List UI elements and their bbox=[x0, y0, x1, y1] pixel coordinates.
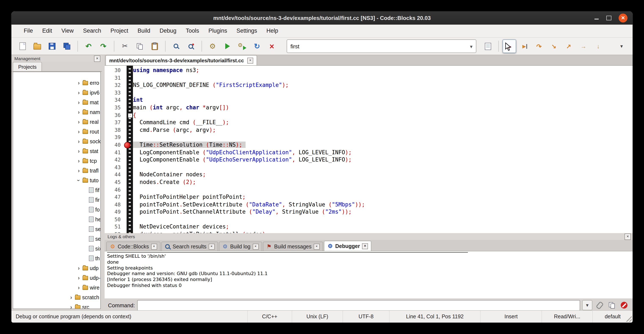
tree-item[interactable]: real bbox=[13, 117, 100, 127]
debugging-windows-button[interactable] bbox=[481, 40, 494, 53]
line-number[interactable]: 35 bbox=[104, 104, 123, 112]
menu-project[interactable]: Project bbox=[106, 25, 133, 37]
menu-settings[interactable]: Settings bbox=[232, 25, 262, 37]
line-number[interactable]: 44 bbox=[104, 171, 123, 179]
replace-button[interactable] bbox=[184, 40, 198, 53]
close-icon[interactable] bbox=[618, 13, 628, 22]
tree-item[interactable]: th bbox=[13, 253, 100, 263]
line-number[interactable]: 51 bbox=[104, 224, 123, 231]
logs-tab-build-log[interactable]: Build log bbox=[219, 242, 262, 251]
tree-item[interactable]: scratch bbox=[13, 292, 100, 302]
tree-item[interactable]: he bbox=[13, 214, 100, 224]
line-number[interactable]: 50 bbox=[104, 216, 123, 224]
tree-item[interactable]: tcp bbox=[13, 156, 100, 166]
run-to-cursor-button[interactable] bbox=[518, 40, 531, 53]
tab-projects[interactable]: Projects bbox=[13, 62, 42, 71]
menu-debug[interactable]: Debug bbox=[155, 25, 181, 37]
chevron-collapsed-icon[interactable] bbox=[76, 109, 81, 115]
close-tab-icon[interactable] bbox=[314, 243, 320, 249]
logs-tab-search-results[interactable]: Search results bbox=[161, 242, 218, 251]
copy-output-button[interactable] bbox=[607, 300, 617, 310]
line-number[interactable]: 47 bbox=[104, 194, 123, 201]
chevron-collapsed-icon[interactable] bbox=[76, 167, 81, 174]
command-history-button[interactable] bbox=[582, 300, 592, 310]
maximize-icon[interactable] bbox=[606, 16, 612, 20]
line-number[interactable]: 34 bbox=[104, 97, 123, 104]
tree-item[interactable]: ipv6 bbox=[13, 88, 100, 98]
tree-item[interactable]: fir bbox=[13, 195, 100, 205]
chevron-collapsed-icon[interactable] bbox=[76, 148, 81, 154]
titlebar[interactable]: mnt/dev/tools/source/ns-3-dev/examples/t… bbox=[12, 12, 632, 25]
line-number[interactable]: 37 bbox=[104, 119, 123, 127]
line-number[interactable]: 48 bbox=[104, 201, 123, 209]
tree-item[interactable]: sock bbox=[13, 137, 100, 146]
line-number[interactable]: 39 bbox=[104, 134, 123, 142]
menu-edit[interactable]: Edit bbox=[38, 25, 57, 37]
next-line-button[interactable] bbox=[532, 40, 546, 53]
chevron-collapsed-icon[interactable] bbox=[76, 89, 81, 96]
tree-item[interactable]: six bbox=[13, 244, 100, 253]
editor-tab-first-cc[interactable]: mnt/dev/tools/source/ns-3-dev/examples/t… bbox=[106, 55, 257, 65]
chevron-collapsed-icon[interactable] bbox=[76, 265, 81, 271]
build-target-combo[interactable]: first bbox=[287, 40, 476, 53]
menu-view[interactable]: View bbox=[57, 25, 78, 37]
copy-button[interactable] bbox=[133, 40, 146, 53]
logs-tab-code-blocks[interactable]: Code::Blocks bbox=[106, 242, 160, 251]
breakpoint-icon[interactable] bbox=[124, 142, 130, 148]
tree-item[interactable]: mat bbox=[13, 98, 100, 107]
chevron-collapsed-icon[interactable] bbox=[76, 128, 81, 135]
chevron-collapsed-icon[interactable] bbox=[76, 119, 81, 125]
tree-item[interactable]: wire bbox=[13, 283, 100, 292]
tree-item[interactable]: fo bbox=[13, 205, 100, 214]
step-out-button[interactable] bbox=[562, 40, 576, 53]
undo-button[interactable] bbox=[82, 40, 95, 53]
chevron-collapsed-icon[interactable] bbox=[68, 294, 74, 300]
line-number[interactable]: 49 bbox=[104, 209, 123, 216]
line-number[interactable]: 40 bbox=[104, 142, 123, 149]
debug-continue-button[interactable] bbox=[502, 40, 516, 53]
debugger-output[interactable]: Setting SHELL to '/bin/sh'doneSetting br… bbox=[104, 251, 632, 298]
open-file-button[interactable] bbox=[30, 40, 44, 53]
line-number[interactable]: 36 bbox=[104, 112, 123, 119]
step-into-instruction-button[interactable] bbox=[592, 40, 605, 53]
logs-tab-build-messages[interactable]: Build messages bbox=[263, 242, 323, 251]
rebuild-button[interactable] bbox=[250, 40, 264, 53]
menu-help[interactable]: Help bbox=[262, 25, 283, 37]
abort-button[interactable] bbox=[265, 40, 278, 53]
chevron-collapsed-icon[interactable] bbox=[76, 158, 81, 164]
close-panel-icon[interactable] bbox=[94, 55, 100, 62]
menu-build[interactable]: Build bbox=[133, 25, 155, 37]
menu-search[interactable]: Search bbox=[78, 25, 106, 37]
close-tab-icon[interactable] bbox=[362, 243, 368, 249]
line-number[interactable]: 41 bbox=[104, 149, 123, 156]
save-button[interactable] bbox=[45, 40, 59, 53]
tree-item[interactable]: trafl bbox=[13, 166, 100, 175]
line-number[interactable]: 30 bbox=[104, 67, 123, 74]
chevron-collapsed-icon[interactable] bbox=[76, 284, 81, 291]
line-number[interactable]: 52 bbox=[104, 231, 123, 233]
chevron-collapsed-icon[interactable] bbox=[76, 80, 81, 86]
line-number[interactable]: 33 bbox=[104, 89, 123, 97]
close-tab-icon[interactable] bbox=[151, 243, 157, 249]
panel-splitter[interactable] bbox=[102, 55, 104, 310]
tree-item[interactable]: se bbox=[13, 234, 100, 244]
line-number[interactable]: 43 bbox=[104, 164, 123, 171]
next-instruction-button[interactable] bbox=[577, 40, 590, 53]
line-number[interactable]: 42 bbox=[104, 156, 123, 164]
find-button[interactable] bbox=[169, 40, 183, 53]
menu-tools[interactable]: Tools bbox=[181, 25, 204, 37]
tree-item[interactable]: se bbox=[13, 224, 100, 234]
close-logs-icon[interactable] bbox=[624, 233, 631, 240]
build-button[interactable] bbox=[206, 40, 219, 53]
line-number[interactable]: 45 bbox=[104, 179, 123, 186]
tree-item[interactable]: src bbox=[13, 302, 100, 309]
tree-item[interactable]: udp bbox=[13, 263, 100, 273]
redo-button[interactable] bbox=[96, 40, 110, 53]
menu-plugins[interactable]: Plugins bbox=[204, 25, 232, 37]
close-tab-icon[interactable] bbox=[208, 243, 214, 249]
attach-file-button[interactable] bbox=[594, 300, 604, 310]
chevron-down-icon[interactable] bbox=[470, 43, 472, 49]
logs-tab-debugger[interactable]: Debugger bbox=[324, 241, 372, 251]
code-area[interactable]: 30using namespace ns3;3132NS_LOG_COMPONE… bbox=[104, 66, 632, 233]
chevron-collapsed-icon[interactable] bbox=[76, 138, 81, 145]
